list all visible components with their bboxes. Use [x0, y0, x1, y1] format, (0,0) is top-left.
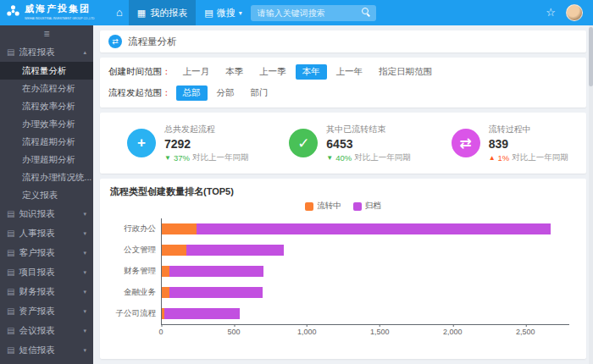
x-tick: 2,500	[516, 328, 535, 336]
sidebar-item-process-overdue-analysis[interactable]: 流程超期分析	[0, 133, 93, 151]
filter-option-last-year[interactable]: 上一年	[330, 64, 370, 80]
kpi-label: 流转过程中	[489, 124, 568, 135]
report-icon: ▤	[7, 287, 14, 296]
report-icon: ▤	[7, 229, 14, 238]
bar-segment-flowing	[162, 245, 186, 256]
sidebar-item-handling-efficiency-analysis[interactable]: 办理效率分析	[0, 115, 93, 133]
kpi-value: 6453	[326, 137, 410, 151]
category-label: 公文管理	[110, 240, 161, 261]
apps-icon: ▤	[204, 8, 213, 19]
kpi-trend: ▼ 37% 对比上一年同期	[164, 152, 248, 163]
sidebar-item-process-efficiency-analysis[interactable]: 流程效率分析	[0, 97, 93, 115]
x-tick: 1,000	[297, 328, 317, 336]
filter-option-this-quarter[interactable]: 本季	[219, 64, 250, 80]
category-label: 子公司流程	[110, 303, 161, 324]
filter-option-last-month[interactable]: 上一月	[176, 64, 217, 80]
sidebar-item-process-handling-stats[interactable]: 流程办理情况统...	[0, 168, 93, 186]
bar-segment-archived	[169, 266, 263, 277]
legend-item-archived[interactable]: 归档	[353, 201, 381, 212]
kpi-trend: ▼ 40% 对比上一年同期	[326, 152, 410, 163]
filter-row-initiate-scope: 流程发起范围 ： 总部 分部 部门	[108, 85, 578, 101]
menu-collapse-icon[interactable]: ≡	[0, 25, 93, 42]
filter-label: 创建时间范围	[108, 66, 162, 78]
home-icon[interactable]: ⌂	[116, 0, 123, 25]
report-icon: ▤	[7, 267, 14, 277]
arrow-down-icon: ▼	[326, 154, 333, 162]
avatar[interactable]	[566, 4, 583, 21]
chevron-down-icon: ▾	[83, 250, 86, 256]
search-input[interactable]	[251, 5, 376, 21]
x-axis: 0 500 1,000 1,500 2,000 2,500	[161, 325, 569, 337]
kpi-trend: ▲ 1% 对比上一年同期	[489, 152, 568, 163]
scrollbar[interactable]	[589, 25, 593, 364]
search-icon[interactable]	[362, 8, 371, 17]
grid-icon: ▦	[137, 8, 146, 19]
bar-segment-archived	[186, 245, 284, 256]
legend-item-flowing[interactable]: 流转中	[305, 201, 341, 212]
filter-option-last-quarter[interactable]: 上一季	[252, 64, 293, 80]
sidebar-group-asset-reports[interactable]: ▤ 资产报表 ▾	[0, 301, 93, 321]
x-tick: 0	[158, 328, 163, 336]
star-icon[interactable]: ☆	[546, 0, 556, 25]
main-content: ⇄ 流程量分析 创建时间范围 ： 上一月 本季 上一季 本年 上一年 指定日期范…	[93, 25, 593, 364]
sidebar-item-process-volume-analysis[interactable]: 流程量分析	[0, 62, 93, 80]
filter-option-branch[interactable]: 分部	[210, 85, 241, 101]
category-label: 财务管理	[110, 261, 161, 282]
sidebar-group-knowledge-reports[interactable]: ▤ 知识报表 ▾	[0, 204, 93, 223]
sidebar-group-meeting-reports[interactable]: ▤ 会议报表 ▾	[0, 321, 93, 340]
chevron-down-icon: ▾	[83, 230, 86, 237]
sidebar-group-finance-reports[interactable]: ▤ 财务报表 ▾	[0, 282, 93, 301]
filter-panel: 创建时间范围 ： 上一月 本季 上一季 本年 上一年 指定日期范围 流程发起范围…	[100, 58, 586, 108]
wesearch-label: 微搜	[217, 7, 236, 19]
report-icon: ▤	[7, 326, 14, 335]
sidebar-group-project-reports[interactable]: ▤ 项目报表 ▾	[0, 262, 93, 282]
filter-option-custom-range[interactable]: 指定日期范围	[372, 64, 439, 80]
report-icon: ▤	[7, 306, 14, 316]
filter-row-create-time: 创建时间范围 ： 上一月 本季 上一季 本年 上一年 指定日期范围	[108, 64, 578, 80]
bar-segment-archived	[169, 287, 263, 298]
topbar: 威海产投集团 WEIHAI INDUSTRIAL INVESTMENT GROU…	[0, 0, 593, 25]
logo-emblem-icon	[6, 4, 20, 22]
scrollbar-thumb[interactable]	[589, 27, 593, 86]
kpi-label: 总共发起流程	[164, 124, 248, 135]
bar-row	[162, 261, 569, 282]
chevron-down-icon: ▾	[239, 9, 242, 17]
bar-segment-archived	[197, 223, 550, 234]
tab-my-reports-label: 我的报表	[150, 7, 187, 19]
tab-my-reports[interactable]: ▦ 我的报表	[129, 0, 196, 25]
sidebar-group-process-reports[interactable]: ▤ 流程报表 ▴	[0, 42, 93, 62]
sidebar-group-sms-reports[interactable]: ▤ 短信报表 ▾	[0, 340, 93, 360]
legend-swatch-orange	[305, 202, 313, 211]
sidebar-group-hr-reports[interactable]: ▤ 人事报表 ▾	[0, 223, 93, 243]
chart-title: 流程类型创建数量排名(TOP5)	[110, 185, 576, 198]
filter-label: 流程发起范围	[108, 87, 162, 99]
sidebar: ≡ ▤ 流程报表 ▴ 流程量分析 在办流程分析 流程效率分析 办理效率分析 流程…	[0, 25, 93, 364]
chart-card: 流程类型创建数量排名(TOP5) 流转中 归档 行政办公 公文管理 财务管理 金…	[100, 179, 586, 359]
sync-icon: ⇄	[452, 129, 480, 157]
bar-segment-flowing	[162, 287, 169, 298]
sidebar-item-handling-overdue-analysis[interactable]: 办理超期分析	[0, 151, 93, 168]
chevron-down-icon: ▾	[83, 308, 86, 315]
chevron-down-icon: ▾	[83, 328, 86, 334]
filter-option-headquarters[interactable]: 总部	[176, 85, 208, 101]
filter-option-department[interactable]: 部门	[244, 85, 275, 101]
bar-segment-archived	[164, 308, 239, 319]
x-tick: 500	[228, 328, 241, 336]
sidebar-group-customer-reports[interactable]: ▤ 客户报表 ▾	[0, 243, 93, 262]
category-label: 行政办公	[110, 218, 161, 240]
bar-row	[162, 282, 569, 303]
sidebar-item-custom-reports[interactable]: 定义报表	[0, 186, 93, 204]
x-tick: 2,000	[443, 328, 463, 336]
company-logo[interactable]: 威海产投集团 WEIHAI INDUSTRIAL INVESTMENT GROU…	[0, 0, 110, 25]
report-icon: ▤	[7, 47, 14, 57]
topbar-search	[251, 4, 376, 21]
page-header: ⇄ 流程量分析	[100, 30, 586, 52]
wesearch-dropdown[interactable]: ▤ 微搜 ▾	[204, 7, 241, 19]
sidebar-item-active-process-analysis[interactable]: 在办流程分析	[0, 80, 93, 97]
chevron-up-icon: ▴	[83, 49, 86, 56]
kpi-completed: ✓ 其中已流转结束 6453 ▼ 40% 对比上一年同期	[262, 124, 424, 163]
category-label: 金融业务	[110, 282, 161, 303]
x-tick: 1,500	[370, 328, 390, 336]
kpi-label: 其中已流转结束	[326, 124, 410, 135]
filter-option-this-year[interactable]: 本年	[296, 64, 327, 80]
